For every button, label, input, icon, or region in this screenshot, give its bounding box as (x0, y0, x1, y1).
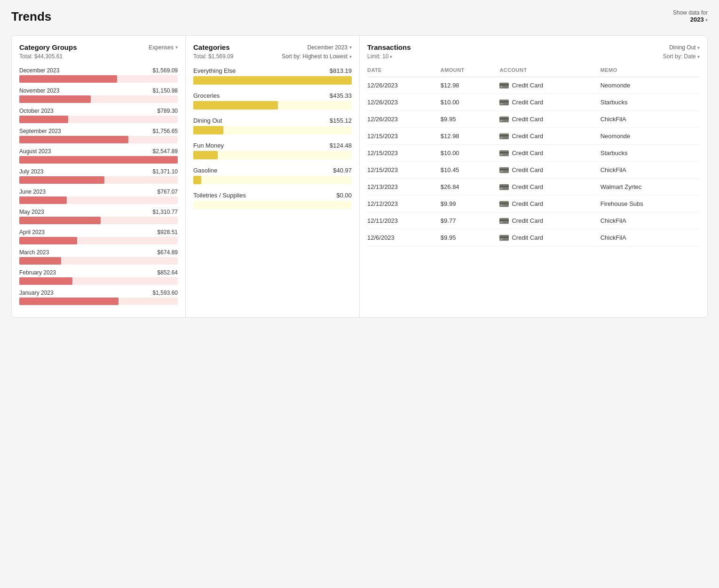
table-header: DATE AMOUNT ACCOUNT MEMO (367, 65, 700, 77)
month-label: April 2023 (19, 229, 45, 235)
year-selector[interactable]: 2023 (690, 16, 704, 23)
limit-arrow: ▾ (390, 54, 392, 59)
category-amount: $155.12 (330, 117, 352, 124)
transactions-column: Transactions Dining Out ▾ Limit: 10 ▾ So… (360, 36, 707, 317)
month-bar-fill (19, 217, 101, 224)
month-row[interactable]: July 2023 $1,371.10 (19, 168, 178, 184)
month-amount: $852.64 (158, 269, 178, 276)
transactions-filter[interactable]: Dining Out ▾ (669, 44, 700, 51)
month-row[interactable]: March 2023 $674.89 (19, 249, 178, 265)
month-bar-bg (19, 196, 178, 204)
tx-account: Credit Card (499, 179, 600, 196)
month-bar-bg (19, 277, 178, 285)
month-row[interactable]: January 2023 $1,593.60 (19, 290, 178, 305)
expenses-filter[interactable]: Expenses ▾ (149, 44, 178, 51)
month-bar-fill (19, 196, 67, 204)
month-row[interactable]: April 2023 $928.51 (19, 229, 178, 244)
month-bar-fill (19, 156, 178, 164)
tx-account: Credit Card (499, 162, 600, 179)
category-amount: $0.00 (336, 192, 352, 199)
month-bar-fill (19, 75, 117, 83)
transactions-subheader: Limit: 10 ▾ Sort by: Date ▾ (367, 53, 700, 60)
table-row[interactable]: 12/12/2023 $9.99 Credit Card Firehouse S… (367, 196, 700, 212)
table-row[interactable]: 12/26/2023 $9.95 Credit Card ChickFilA (367, 111, 700, 128)
tx-amount: $10.00 (441, 145, 500, 162)
month-row[interactable]: August 2023 $2,547.89 (19, 148, 178, 164)
category-bar-fill (193, 76, 352, 85)
month-label: August 2023 (19, 148, 51, 155)
month-bar-bg (19, 136, 178, 143)
month-bar-fill (19, 176, 104, 184)
svg-rect-28 (499, 236, 509, 238)
table-row[interactable]: 12/6/2023 $9.95 Credit Card ChickFilA (367, 229, 700, 246)
month-bar-bg (19, 95, 178, 103)
category-amount: $813.19 (330, 67, 352, 74)
table-row[interactable]: 12/15/2023 $12.98 Credit Card Neomonde (367, 128, 700, 145)
table-row[interactable]: 12/26/2023 $10.00 Credit Card Starbucks (367, 94, 700, 111)
month-bar-bg (19, 298, 178, 305)
categories-column: Categories December 2023 ▾ Total: $1,569… (186, 36, 360, 317)
category-row[interactable]: Groceries $435.33 (193, 92, 352, 110)
month-row[interactable]: June 2023 $767.07 (19, 188, 178, 204)
category-row[interactable]: Fun Money $124.48 (193, 142, 352, 159)
svg-rect-17 (500, 171, 503, 172)
tx-amount: $9.77 (441, 212, 500, 229)
month-label: January 2023 (19, 290, 54, 296)
category-row[interactable]: Dining Out $155.12 (193, 117, 352, 134)
tx-memo: Starbucks (600, 145, 700, 162)
tx-account: Credit Card (499, 77, 600, 94)
categories-subheader: Total: $1,569.09 Sort by: Highest to Low… (193, 53, 352, 60)
transactions-header: Transactions Dining Out ▾ (367, 43, 700, 51)
tx-memo: Neomonde (600, 128, 700, 145)
category-row[interactable]: Gasoline $40.97 (193, 167, 352, 184)
tx-account: Credit Card (499, 111, 600, 128)
table-row[interactable]: 12/15/2023 $10.45 Credit Card ChickFilA (367, 162, 700, 179)
show-data-container: Show data for 2023 ▾ (673, 9, 708, 23)
tx-amount: $26.84 (441, 179, 500, 196)
tx-amount: $10.45 (441, 162, 500, 179)
table-row[interactable]: 12/26/2023 $12.98 Credit Card Neomonde (367, 77, 700, 94)
tx-memo: Walmart Zyrtec (600, 179, 700, 196)
sort-filter[interactable]: Sort by: Highest to Lowest ▾ (282, 53, 352, 60)
month-row[interactable]: September 2023 $1,756.65 (19, 128, 178, 143)
month-row[interactable]: November 2023 $1,150.98 (19, 87, 178, 103)
categories-title: Categories (193, 43, 230, 51)
table-row[interactable]: 12/15/2023 $10.00 Credit Card Starbucks (367, 145, 700, 162)
category-row[interactable]: Everything Else $813.19 (193, 67, 352, 85)
tx-sort-selector[interactable]: Sort by: Date ▾ (663, 53, 700, 60)
tx-memo: Firehouse Subs (600, 196, 700, 212)
category-bar-bg (193, 151, 352, 159)
category-name: Fun Money (193, 142, 224, 149)
category-row[interactable]: Toiletries / Supplies $0.00 (193, 192, 352, 209)
period-filter[interactable]: December 2023 ▾ (308, 44, 352, 51)
svg-rect-5 (500, 103, 503, 104)
col-date: DATE (367, 65, 441, 77)
svg-rect-20 (500, 188, 503, 188)
month-rows-list: December 2023 $1,569.09 November 2023 $1… (19, 67, 178, 305)
month-row[interactable]: October 2023 $789.30 (19, 108, 178, 123)
month-row[interactable]: May 2023 $1,310.77 (19, 209, 178, 224)
svg-rect-29 (500, 238, 503, 239)
month-label: November 2023 (19, 87, 59, 94)
show-data-label: Show data for (673, 9, 708, 16)
main-layout: Category Groups Expenses ▾ Total: $44,30… (11, 35, 708, 318)
svg-rect-26 (500, 221, 503, 222)
svg-rect-4 (499, 101, 509, 102)
table-row[interactable]: 12/11/2023 $9.77 Credit Card ChickFilA (367, 212, 700, 229)
limit-selector[interactable]: Limit: 10 ▾ (367, 53, 392, 60)
month-row[interactable]: December 2023 $1,569.09 (19, 67, 178, 83)
category-name: Gasoline (193, 167, 217, 174)
tx-account: Credit Card (499, 145, 600, 162)
category-name: Toiletries / Supplies (193, 192, 246, 199)
tx-account: Credit Card (499, 94, 600, 111)
month-row[interactable]: February 2023 $852.64 (19, 269, 178, 285)
table-row[interactable]: 12/13/2023 $26.84 Credit Card Walmart Zy… (367, 179, 700, 196)
tx-date: 12/15/2023 (367, 145, 441, 162)
category-groups-column: Category Groups Expenses ▾ Total: $44,30… (12, 36, 186, 317)
month-amount: $1,310.77 (153, 209, 178, 215)
month-label: February 2023 (19, 269, 56, 276)
svg-rect-13 (499, 152, 509, 153)
year-dropdown-arrow[interactable]: ▾ (705, 17, 708, 23)
table-body: 12/26/2023 $12.98 Credit Card Neomonde 1… (367, 77, 700, 246)
tx-date: 12/15/2023 (367, 128, 441, 145)
